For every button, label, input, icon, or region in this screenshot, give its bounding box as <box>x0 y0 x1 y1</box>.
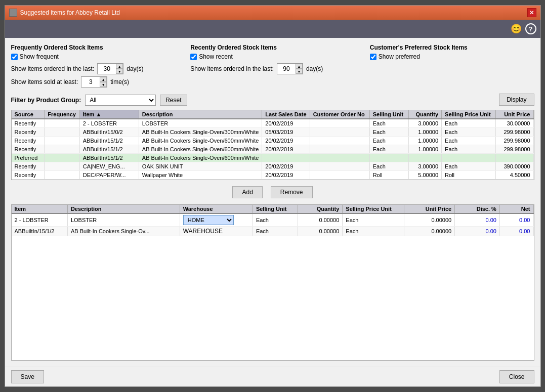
smiley-icon[interactable]: 😊 <box>510 23 522 35</box>
upper-table-wrap: Source Frequency Item ▲ Description Last… <box>11 110 534 180</box>
recent-ordered-up[interactable]: ▲ <box>296 64 303 69</box>
upper-cell-customer-order-no <box>310 171 369 180</box>
upper-table-row[interactable]: Recently ABBuiltIn/15/1/2 AB Built-In Co… <box>12 137 534 145</box>
upper-cell-selling-price-unit: Roll <box>442 171 496 180</box>
lower-th-selling-unit[interactable]: Selling Unit <box>253 205 298 213</box>
window-title: Suggested items for Abbey Retail Ltd <box>20 9 120 16</box>
recent-ordered-row: Show items ordered in the last: ▲ ▼ day(… <box>190 63 355 74</box>
upper-cell-quantity: 5.00000 <box>409 171 442 180</box>
th-quantity[interactable]: Quantity <box>409 110 442 119</box>
recent-ordered-down[interactable]: ▼ <box>296 69 303 74</box>
upper-cell-frequency <box>45 119 79 128</box>
lower-cell-quantity: 0.00000 <box>298 213 343 227</box>
lower-th-warehouse[interactable]: Warehouse <box>180 205 253 213</box>
th-selling-unit[interactable]: Selling Unit <box>369 110 408 119</box>
upper-cell-item: 2 - LOBSTER <box>79 119 139 128</box>
th-source[interactable]: Source <box>12 110 45 119</box>
th-description[interactable]: Description <box>139 110 262 119</box>
lower-cell-description: AB Built-In Cookers Single-Ov... <box>67 227 180 236</box>
upper-table-header: Source Frequency Item ▲ Description Last… <box>12 110 534 119</box>
th-unit-price[interactable]: Unit Price <box>496 110 533 119</box>
items-ordered-input[interactable] <box>98 64 116 74</box>
recent-ordered-input-wrap: ▲ ▼ <box>277 63 303 74</box>
upper-cell-item: ABBuiltIn/15/0/2 <box>79 128 139 137</box>
save-button[interactable]: Save <box>11 370 44 383</box>
items-sold-spinners: ▲ ▼ <box>100 77 107 87</box>
preferred-title: Customer's Preferred Stock Items <box>370 44 534 51</box>
recent-ordered-spinners: ▲ ▼ <box>296 64 303 74</box>
remove-button[interactable]: Remove <box>271 186 313 198</box>
upper-cell-quantity: 3.00000 <box>409 119 442 128</box>
lower-cell-quantity: 0.00000 <box>298 227 343 236</box>
display-button[interactable]: Display <box>499 94 534 106</box>
warehouse-select[interactable]: HOMEWAREHOUSE <box>183 215 234 225</box>
lower-th-disc[interactable]: Disc. % <box>455 205 500 213</box>
items-sold-input[interactable] <box>81 77 100 87</box>
upper-cell-last-sales-date: 05/03/2019 <box>262 128 310 137</box>
action-row: Add Remove <box>11 184 534 200</box>
items-ordered-row: Show items ordered in the last: ▲ ▼ day(… <box>11 63 176 74</box>
upper-table-row[interactable]: Recently 2 - LOBSTER LOBSTER 20/02/2019 … <box>12 119 534 128</box>
items-ordered-up[interactable]: ▲ <box>116 64 123 69</box>
recent-ordered-input[interactable] <box>277 64 296 74</box>
show-preferred-checkbox[interactable] <box>370 54 376 60</box>
upper-cell-selling-price-unit <box>442 154 496 162</box>
th-customer-order-no[interactable]: Customer Order No <box>310 110 369 119</box>
items-sold-up[interactable]: ▲ <box>100 77 107 82</box>
lower-th-net[interactable]: Net <box>499 205 533 213</box>
upper-table-row[interactable]: Recently ABBuiltIn/15/1/2 AB Built-In Co… <box>12 145 534 154</box>
upper-table-row[interactable]: Recently ABBuiltIn/15/0/2 AB Built-In Co… <box>12 128 534 137</box>
upper-cell-selling-price-unit: Each <box>442 119 496 128</box>
lower-table-row[interactable]: 2 - LOBSTER LOBSTER HOMEWAREHOUSE Each 0… <box>12 213 534 227</box>
show-preferred-row: Show preferred <box>370 53 534 60</box>
main-window: Suggested items for Abbey Retail Ltd ✕ 😊… <box>5 5 541 387</box>
upper-table-row[interactable]: Preferred ABBuiltIn/15/1/2 AB Built-In C… <box>12 154 534 162</box>
bottom-bar: Save Close <box>5 367 540 386</box>
lower-cell-selling-price-unit: Each <box>343 227 404 236</box>
close-footer-button[interactable]: Close <box>499 370 534 383</box>
lower-th-item[interactable]: Item <box>12 205 68 213</box>
reset-button[interactable]: Reset <box>160 95 187 106</box>
lower-th-description[interactable]: Description <box>67 205 180 213</box>
section-headers: Frequently Ordered Stock Items Show freq… <box>11 44 534 90</box>
lower-table-row[interactable]: ABBuiltIn/15/1/2 AB Built-In Cookers Sin… <box>12 227 534 236</box>
th-selling-price-unit[interactable]: Selling Price Unit <box>442 110 496 119</box>
show-recent-label: Show recent <box>199 53 233 60</box>
items-sold-input-wrap: ▲ ▼ <box>81 76 107 88</box>
add-button[interactable]: Add <box>232 186 262 198</box>
upper-cell-source: Preferred <box>12 154 45 162</box>
items-ordered-label: Show items ordered in the last: <box>11 65 95 72</box>
th-last-sales-date[interactable]: Last Sales Date <box>262 110 310 119</box>
items-ordered-down[interactable]: ▼ <box>116 69 123 74</box>
filter-select[interactable]: All <box>85 95 156 106</box>
items-ordered-unit: day(s) <box>127 65 143 72</box>
upper-table-row[interactable]: Recently CA|NEW_ENG... OAK SINK UNIT 20/… <box>12 162 534 171</box>
lower-th-unit-price[interactable]: Unit Price <box>404 205 455 213</box>
show-recent-checkbox[interactable] <box>190 54 197 60</box>
upper-cell-source: Recently <box>12 171 45 180</box>
th-frequency[interactable]: Frequency <box>45 110 79 119</box>
th-item[interactable]: Item ▲ <box>79 110 139 119</box>
lower-th-quantity[interactable]: Quantity <box>298 205 343 213</box>
help-icon[interactable]: ? <box>525 23 536 34</box>
upper-cell-selling-price-unit: Each <box>442 128 496 137</box>
lower-cell-warehouse: HOMEWAREHOUSE <box>180 213 253 227</box>
upper-cell-selling-price-unit: Each <box>442 145 496 154</box>
lower-cell-warehouse: WAREHOUSE <box>180 227 253 236</box>
show-frequent-checkbox[interactable] <box>11 54 18 60</box>
items-sold-down[interactable]: ▼ <box>100 82 107 87</box>
lower-th-selling-price-unit[interactable]: Selling Price Unit <box>343 205 404 213</box>
close-button[interactable]: ✕ <box>527 8 536 17</box>
filter-display-row: Filter by Product Group: All Reset Displ… <box>11 94 534 106</box>
upper-cell-quantity <box>409 154 442 162</box>
upper-cell-description: AB Built-In Cookers Single-Oven/600mm/Wh… <box>139 145 262 154</box>
upper-cell-frequency <box>45 162 79 171</box>
upper-cell-source: Recently <box>12 128 45 137</box>
upper-cell-frequency <box>45 145 79 154</box>
upper-table-row[interactable]: Recently DEC/PAPER/W... Wallpaper White … <box>12 171 534 180</box>
lower-cell-unit-price: 0.00000 <box>404 213 455 227</box>
upper-cell-selling-unit: Roll <box>369 171 408 180</box>
upper-cell-selling-unit: Each <box>369 137 408 145</box>
show-frequent-label: Show frequent <box>20 53 59 60</box>
lower-cell-selling-price-unit: Each <box>343 213 404 227</box>
